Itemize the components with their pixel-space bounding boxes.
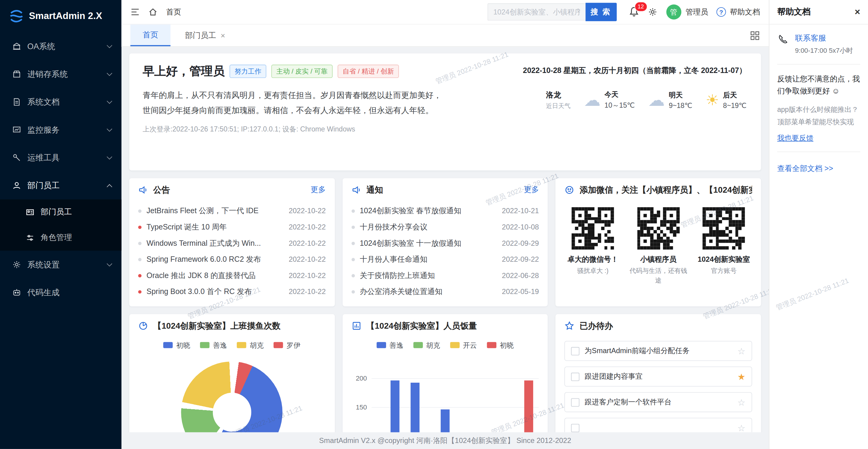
weather-city-sub: 近日天气 (546, 102, 570, 109)
more-link[interactable]: 更多 (524, 185, 539, 195)
logo-icon (9, 9, 24, 24)
announcement-row[interactable]: TypeScript 诞生 10 周年2022-10-22 (138, 219, 326, 235)
sidebar-item-label: 系统文档 (27, 96, 102, 107)
announcement-row[interactable]: Windows Terminal 正式成为 Win...2022-10-22 (138, 235, 326, 252)
star-toggle-icon[interactable] (737, 397, 745, 407)
notice-row[interactable]: 关于疫情防控上班通知2022-06-28 (351, 267, 539, 284)
search-button[interactable]: 搜 索 (585, 3, 617, 21)
app-logo[interactable]: SmartAdmin 2.X (0, 0, 122, 32)
weather-day-today: 今天 10～15℃ (584, 90, 635, 110)
close-panel-icon[interactable] (855, 6, 860, 18)
all-docs-link[interactable]: 查看全部文档 >> (777, 163, 833, 173)
notice-row[interactable]: 1024创新实验室 春节放假通知2022-10-21 (351, 203, 539, 219)
help-panel-title: 帮助文档 (777, 7, 811, 17)
close-tab-icon[interactable] (221, 31, 225, 40)
sidebar-item-ops-tools[interactable]: 运维工具 (0, 144, 122, 171)
legend-item[interactable]: 初晓 (487, 341, 514, 350)
card-title: 添加微信，关注【小镇程序员】、【1024创新实验室】 (580, 185, 752, 195)
todo-row[interactable]: 跟进团建内容事宜 (565, 366, 752, 387)
notice-card: 通知 更多 1024创新实验室 春节放假通知2022-10-21 十月份技术分享… (342, 178, 548, 307)
legend-item[interactable]: 善逸 (377, 341, 404, 350)
sidebar-item-docs[interactable]: 系统文档 (0, 88, 122, 116)
wrench-icon (12, 153, 22, 162)
sun-icon (706, 93, 719, 108)
announcement-card: 公告 更多 JetBrains Fleet 公测，下一代 IDE2022-10-… (129, 178, 335, 307)
sidebar-item-oa[interactable]: OA系统 (0, 32, 122, 60)
help-docs-label: 帮助文档 (730, 7, 760, 17)
user-menu[interactable]: 管 管理员 (666, 4, 708, 20)
announcement-row[interactable]: JetBrains Fleet 公测，下一代 IDE2022-10-22 (138, 203, 326, 219)
box-icon (12, 70, 22, 79)
legend-item[interactable]: 罗伊 (274, 341, 301, 350)
user-name: 管理员 (685, 7, 708, 17)
gear-icon[interactable] (648, 7, 657, 17)
bar-chart-icon (351, 321, 361, 331)
todo-row[interactable]: 为SmartAdmin前端小组分配任务 (565, 341, 752, 361)
copyright-text: SmartAdmin V2.x @copyright 河南·洛阳【1024创新实… (319, 436, 571, 446)
feedback-link[interactable]: 我也要反馈 (777, 133, 813, 143)
notice-row[interactable]: 办公室消杀关键位置通知2022-05-19 (351, 284, 539, 300)
search-input[interactable] (487, 3, 585, 21)
checkbox[interactable] (571, 373, 580, 381)
announcement-row[interactable]: Spring Boot 3.0.0 首个 RC 发布2022-10-22 (138, 284, 326, 300)
id-card-icon (26, 208, 35, 217)
sidebar-menu: OA系统 进销存系统 系统文档 监控服务 运维工具 (0, 32, 122, 307)
more-link[interactable]: 更多 (311, 185, 326, 195)
app-title: SmartAdmin 2.X (29, 10, 102, 22)
star-toggle-icon[interactable] (737, 371, 745, 382)
monitor-icon (12, 125, 22, 134)
contact-support: 联系客服 9:00-17:00 5x7小时 (777, 33, 860, 56)
sidebar-subitem-label: 角色管理 (41, 233, 112, 243)
star-toggle-icon[interactable] (737, 422, 745, 432)
qr-code (702, 206, 746, 251)
notification-bell-icon[interactable]: 12 (628, 6, 640, 18)
chart-legend: 初晓 善逸 胡克 罗伊 (129, 338, 335, 350)
notice-row[interactable]: 十月份人事任命通知2022-09-22 (351, 251, 539, 267)
question-circle-icon (717, 7, 726, 17)
notice-row[interactable]: 1024创新实验室 十一放假通知2022-09-29 (351, 235, 539, 252)
document-icon (12, 97, 22, 106)
legend-item[interactable]: 胡克 (237, 341, 264, 350)
tab-label: 部门员工 (185, 30, 216, 40)
sidebar-item-monitor[interactable]: 监控服务 (0, 116, 122, 143)
card-title: 【1024创新实验室】上班摸鱼次数 (153, 321, 326, 331)
checkbox[interactable] (571, 424, 580, 432)
sidebar-item-label: OA系统 (27, 41, 102, 52)
weather-day-temp: 9~18℃ (669, 102, 692, 109)
legend-item[interactable]: 初晓 (163, 341, 190, 350)
sidebar-subitem-department-staff[interactable]: 部门员工 (0, 199, 122, 225)
layout-grid-icon[interactable] (750, 30, 760, 40)
qr-code (570, 206, 615, 251)
sidebar-item-inventory[interactable]: 进销存系统 (0, 60, 122, 88)
todo-row-partial[interactable] (565, 418, 752, 432)
sliders-icon (26, 233, 35, 243)
announcement-row[interactable]: Oracle 推出 JDK 8 的直接替代品2022-10-22 (138, 267, 326, 284)
announcement-row[interactable]: Spring Framework 6.0.0 RC2 发布2022-10-22 (138, 251, 326, 267)
bar-blue-3 (441, 410, 450, 432)
y-axis-tick: 150 (351, 403, 367, 411)
legend-item[interactable]: 胡克 (413, 341, 440, 350)
breadcrumb[interactable]: 首页 (166, 7, 181, 17)
collapse-menu-icon[interactable] (130, 7, 140, 17)
legend-item[interactable]: 善逸 (200, 341, 227, 350)
notice-row[interactable]: 十月份技术分享会议2022-10-08 (351, 219, 539, 235)
legend-item[interactable]: 开云 (450, 341, 477, 350)
tab-department[interactable]: 部门员工 (173, 25, 238, 46)
sidebar-item-codegen[interactable]: 代码生成 (0, 279, 122, 307)
qr-item-town-programmer: 小镇程序员 代码与生活，还有钱途 (628, 206, 689, 285)
star-toggle-icon[interactable] (737, 346, 745, 356)
tab-label: 首页 (143, 30, 158, 40)
sidebar-item-department[interactable]: 部门员工 (0, 171, 122, 199)
home-icon[interactable] (148, 7, 157, 17)
help-docs-toggle[interactable]: 帮助文档 (717, 7, 760, 17)
contact-support-link[interactable]: 联系客服 (795, 33, 826, 42)
sidebar-subitem-role-management[interactable]: 角色管理 (0, 225, 122, 251)
checkbox[interactable] (571, 347, 580, 355)
y-axis-tick: 200 (351, 374, 367, 382)
checkbox[interactable] (571, 398, 580, 407)
tab-home[interactable]: 首页 (130, 25, 170, 46)
sidebar-item-settings[interactable]: 系统设置 (0, 251, 122, 278)
gear-icon (12, 260, 22, 269)
todo-row[interactable]: 跟进客户定制一个软件平台 (565, 392, 752, 412)
sidebar-item-label: 部门员工 (27, 180, 102, 191)
